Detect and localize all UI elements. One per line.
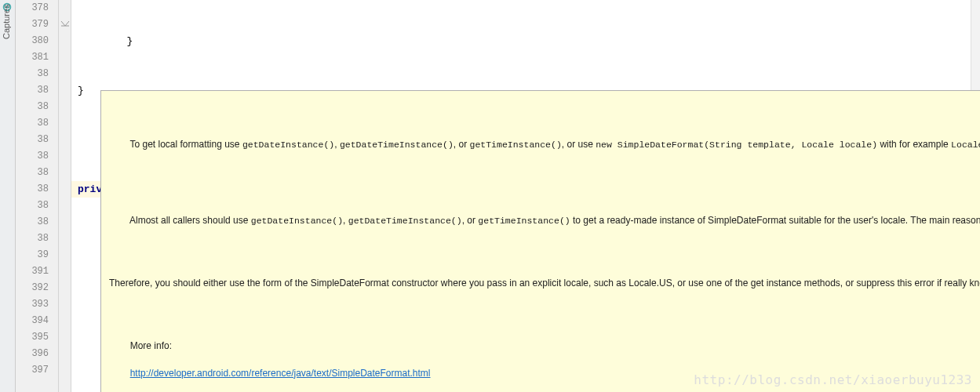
tooltip-body-2: Therefore, you should either use the for… (109, 277, 980, 290)
editor-root: Captures 378 379 380 381 38 38 38 38 38 … (0, 0, 980, 392)
tooltip-doc-link[interactable]: http://developer.android.com/reference/j… (130, 368, 431, 379)
line-number: 38 (16, 165, 49, 181)
line-number: 38 (16, 198, 49, 214)
line-number-gutter[interactable]: 378 379 380 381 38 38 38 38 38 38 38 38 … (16, 0, 59, 392)
line-number: 381 (16, 49, 49, 66)
line-number: 38 (16, 115, 49, 132)
captures-tab-label: Captures (2, 4, 11, 39)
line-number: 378 (16, 0, 49, 16)
line-number: 38 (16, 181, 49, 198)
tooltip-summary: To get local formatting use getDateInsta… (109, 125, 980, 165)
line-number: 380 (16, 33, 49, 49)
tooltip-body-1: Almost all callers should use getDateIns… (109, 201, 980, 241)
line-number: 38 (16, 230, 49, 247)
inspection-tooltip[interactable]: To get local formatting use getDateInsta… (100, 90, 980, 392)
line-number: 38 (16, 132, 49, 148)
line-number: 393 (16, 296, 49, 313)
fold-end-icon[interactable] (60, 20, 70, 28)
line-number: 38 (16, 99, 49, 115)
line-number: 379 (16, 16, 49, 33)
line-number: 38 (16, 214, 49, 230)
code-line: } (71, 33, 980, 49)
line-number: 394 (16, 313, 49, 329)
line-number: 391 (16, 263, 49, 280)
line-number: 395 (16, 329, 49, 346)
fold-gutter[interactable] (59, 0, 71, 392)
line-number: 392 (16, 280, 49, 296)
line-number: 38 (16, 82, 49, 99)
tool-window-bar[interactable]: Captures (0, 0, 16, 392)
line-number: 38 (16, 66, 49, 82)
line-number: 39 (16, 247, 49, 263)
code-editor[interactable]: } } private static SimpleDateFormat sdf … (71, 0, 980, 392)
line-number: 396 (16, 346, 49, 362)
watermark: http://blog.csdn.net/xiaoerbuyu1233 (694, 372, 972, 387)
line-number: 38 (16, 148, 49, 165)
line-number: 397 (16, 362, 49, 379)
